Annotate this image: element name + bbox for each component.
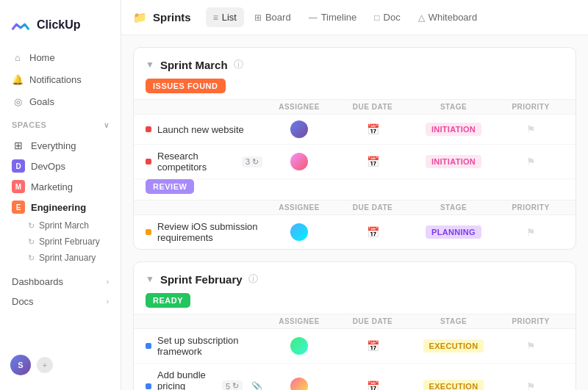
col-stage: STAGE [409,317,498,325]
stage-cell: EXECUTION [409,380,498,391]
tab-whiteboard[interactable]: △ Whiteboard [411,7,484,27]
assignee-avatar[interactable] [290,153,308,170]
clickup-logo-icon [10,15,31,35]
sprint-group-sprint-february: ▼ Sprint February ⓘ READY ASSIGNEE DUE D… [133,261,576,390]
stage-cell: INITIATION [409,123,498,136]
devops-dot: D [12,159,25,173]
topbar-tabs: ≡ List ⊞ Board — Timeline □ Doc △ Whiteb… [206,7,484,27]
date-cell[interactable]: 📅 [336,156,409,167]
task-dot [146,343,151,349]
sidebar-item-docs[interactable]: Docs › [6,292,115,311]
stage-badge[interactable]: PLANNING [426,225,481,239]
col-priority: PRIORITY [498,103,564,111]
date-cell[interactable]: 📅 [336,380,409,391]
tab-doc[interactable]: □ Doc [367,7,407,27]
secondary-avatar[interactable]: + [37,357,53,373]
tab-list[interactable]: ≡ List [206,7,244,27]
priority-flag-icon[interactable]: ⚑ [526,340,536,352]
stage-badge[interactable]: EXECUTION [423,339,484,353]
sidebar-item-engineering-label: Engineering [31,202,86,213]
sidebar-docs-label: Docs [12,296,34,307]
priority-flag-icon[interactable]: ⚑ [526,156,536,167]
task-dot [146,159,151,165]
whiteboard-tab-icon: △ [418,12,425,23]
stage-cell: EXECUTION [409,339,498,353]
sidebar-sprint-march-label: Sprint March [39,220,89,231]
spaces-chevron-icon[interactable]: ∨ [104,121,110,129]
sprint-info-icon[interactable]: ⓘ [248,272,258,286]
task-row[interactable]: Launch new website 📅 INITIATION ⚑ [134,115,576,145]
sprint-toggle-icon[interactable]: ▼ [146,59,154,70]
date-cell[interactable]: 📅 [336,340,409,352]
sidebar-item-dashboards[interactable]: Dashboards › [6,272,115,292]
priority-flag-icon[interactable]: ⚑ [526,226,536,238]
topbar-title: Sprints [153,11,191,24]
sprint-info-icon[interactable]: ⓘ [234,58,243,71]
tab-board[interactable]: ⊞ Board [247,7,298,27]
sprint-toggle-icon[interactable]: ▼ [146,274,154,284]
sidebar-item-engineering[interactable]: E Engineering [6,197,115,217]
assignee-cell [262,120,336,138]
tab-timeline[interactable]: — Timeline [301,7,365,27]
sidebar-item-goals[interactable]: ◎ Goals [6,91,115,112]
col-stage: STAGE [409,203,498,212]
sidebar-item-home[interactable]: ⌂ Home [6,47,115,68]
stage-badge[interactable]: EXECUTION [423,380,484,391]
calendar-icon: 📅 [367,123,379,135]
col-task [146,317,262,325]
date-cell[interactable]: 📅 [336,226,409,238]
home-icon: ⌂ [12,51,24,63]
task-name-cell: Set up subscription framework [146,335,262,357]
task-row[interactable]: Research competitors 3 ↻ 📅 INITIATION ⚑ [134,145,576,179]
sidebar-sprint-february[interactable]: ↻ Sprint February [6,234,115,250]
assignee-avatar[interactable] [290,223,308,241]
stage-badge[interactable]: INITIATION [426,155,481,168]
stage-badge[interactable]: INITIATION [426,123,481,136]
priority-flag-icon[interactable]: ⚑ [526,123,536,135]
task-count: 3 ↻ [242,156,262,167]
task-name-text: Set up subscription framework [157,335,262,357]
status-badge-0: ISSUES FOUND [146,79,226,93]
col-priority: PRIORITY [498,317,564,325]
board-tab-icon: ⊞ [254,12,262,23]
timeline-tab-icon: — [309,12,318,23]
assignee-avatar[interactable] [290,120,308,138]
sidebar-item-everything[interactable]: ⊞ Everything [6,135,115,156]
sprint-name: Sprint March [160,59,228,71]
logo-area[interactable]: ClickUp [0,9,121,47]
sidebar-sprint-march[interactable]: ↻ Sprint March [6,217,115,234]
col-task [146,203,262,212]
priority-flag-icon[interactable]: ⚑ [526,380,536,391]
task-name-text: Review iOS submission requirements [157,221,262,243]
sprint-name: Sprint February [160,273,243,286]
date-cell[interactable]: 📅 [336,123,409,135]
sidebar-sprint-january[interactable]: ↻ Sprint January [6,250,115,266]
sidebar-sprint-january-label: Sprint January [39,253,96,263]
assignee-cell [262,378,336,391]
sidebar-item-devops[interactable]: D DevOps [6,156,115,176]
col-duedate: DUE DATE [336,203,409,212]
assignee-avatar[interactable] [290,337,308,355]
table-header-1: ASSIGNEE DUE DATE STAGE PRIORITY [134,200,576,215]
marketing-dot: M [12,180,25,193]
calendar-icon: 📅 [367,156,379,167]
user-avatar[interactable]: S [10,355,31,375]
bell-icon: 🔔 [12,73,24,85]
doc-tab-icon: □ [374,12,379,23]
sidebar-nav: ⌂ Home 🔔 Notifications ◎ Goals [0,47,121,112]
target-icon: ◎ [12,95,24,107]
task-row[interactable]: Review iOS submission requirements 📅 PLA… [134,215,576,249]
tab-doc-label: Doc [384,12,401,23]
assignee-cell [262,337,336,355]
task-row[interactable]: Add bundle pricing progress bar 5 ↻📎 📅 E… [134,364,576,390]
sprint-header: ▼ Sprint March ⓘ [134,48,576,79]
sidebar-item-marketing[interactable]: M Marketing [6,176,115,197]
sidebar-item-notifications[interactable]: 🔔 Notifications [6,69,115,90]
task-name-text: Add bundle pricing progress bar [157,369,213,390]
assignee-avatar[interactable] [290,378,308,391]
sidebar-item-notifications-label: Notifications [29,74,82,85]
task-row[interactable]: Set up subscription framework 📅 EXECUTIO… [134,329,576,364]
engineering-dot: E [12,201,25,214]
dashboards-chevron-icon: › [107,278,109,286]
sidebar: ClickUp ⌂ Home 🔔 Notifications ◎ Goals S… [0,0,121,390]
